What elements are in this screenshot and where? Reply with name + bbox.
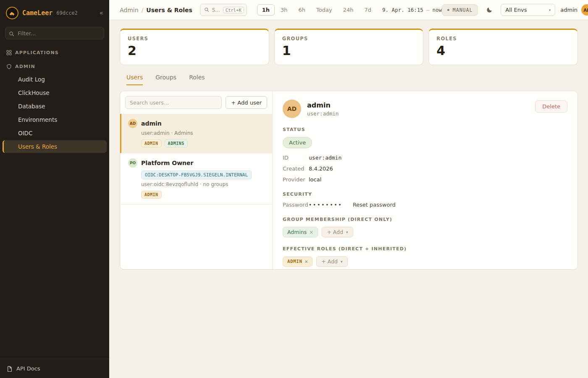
add-role-button[interactable]: + Add ▾ <box>316 256 347 267</box>
users-panel: + Add user AD admin user:admin · Admins … <box>120 91 578 270</box>
sidebar: CameLeer 69dcce2 « APPLICATIONS ADMIN Au… <box>0 0 109 378</box>
user-search-input[interactable] <box>125 96 222 109</box>
breadcrumb-current: Users & Roles <box>146 7 192 13</box>
group-badge-admins: ADMINS <box>165 139 188 147</box>
document-icon <box>7 366 13 372</box>
refresh-mode-button[interactable]: ● MANUAL <box>442 4 478 16</box>
range-6h[interactable]: 6h <box>294 4 311 16</box>
range-7d[interactable]: 7d <box>360 4 377 16</box>
status-heading: STATUS <box>283 127 567 132</box>
sidebar-item-audit-log[interactable]: Audit Log <box>3 73 107 86</box>
search-shortcut-kbd: Ctrl+K <box>223 7 244 13</box>
applications-grid-icon <box>6 50 12 55</box>
remove-role-icon[interactable]: × <box>305 259 308 265</box>
created-field-label: Created <box>283 165 309 172</box>
created-field-value: 8.4.2026 <box>309 165 567 172</box>
sidebar-item-clickhouse[interactable]: ClickHouse <box>3 87 107 99</box>
date-range-separator: — <box>426 7 430 13</box>
search-icon <box>204 6 209 14</box>
date-range-to: now <box>432 7 442 13</box>
user-meta: user:admin · Admins <box>141 130 266 136</box>
user-list-item-platform-owner[interactable]: PO Platform Owner OIDC:DESKTOP-FB5VGJ9.S… <box>120 153 272 205</box>
section-label-applications: APPLICATIONS <box>15 50 59 55</box>
detail-fields: ID user:admin Created 8.4.2026 Provider … <box>283 155 567 183</box>
range-1h[interactable]: 1h <box>257 4 275 16</box>
sidebar-item-oidc[interactable]: OIDC <box>3 127 107 139</box>
id-field-value: user:admin <box>309 155 567 161</box>
chevron-down-icon: ▾ <box>549 8 551 12</box>
remove-group-icon[interactable]: × <box>309 229 313 235</box>
chevron-down-icon: ▾ <box>346 230 348 234</box>
range-3h[interactable]: 3h <box>276 4 293 16</box>
user-avatar[interactable]: AD <box>581 4 588 16</box>
reset-password-link[interactable]: Reset password <box>353 202 396 208</box>
stat-cards: USERS 2 GROUPS 1 ROLES 4 <box>120 29 578 65</box>
sidebar-item-users-roles[interactable]: Users & Roles <box>3 140 107 153</box>
environment-select[interactable]: All Envs ▾ <box>501 4 555 16</box>
top-header: Admin / Users & Roles S... Ctrl+K 1h 3h … <box>109 0 588 20</box>
breadcrumb: Admin / Users & Roles <box>120 7 192 13</box>
admin-shield-icon <box>6 64 12 69</box>
user-name: Platform Owner <box>141 160 193 166</box>
group-chips: Admins × + Add ▾ <box>283 227 567 237</box>
user-detail-panel: Delete AD admin user:admin STATUS Active… <box>273 91 578 269</box>
tab-users[interactable]: Users <box>126 74 143 85</box>
stat-groups-value: 1 <box>282 43 416 58</box>
role-badge-admin: ADMIN <box>141 139 162 147</box>
tab-groups[interactable]: Groups <box>155 74 176 85</box>
user-meta: user:oidc:8evzqofluhld · no groups <box>141 181 266 187</box>
date-range-display[interactable]: 9. Apr. 16:15 — now <box>382 7 442 13</box>
tab-roles[interactable]: Roles <box>189 74 205 85</box>
breadcrumb-separator: / <box>142 7 144 13</box>
sidebar-filter-input[interactable] <box>5 27 104 39</box>
sidebar-item-environments[interactable]: Environments <box>3 113 107 126</box>
add-group-button[interactable]: + Add ▾ <box>322 227 353 237</box>
header-user[interactable]: admin AD <box>560 4 588 16</box>
range-24h[interactable]: 24h <box>338 4 359 16</box>
sidebar-header: CameLeer 69dcce2 « <box>0 0 109 24</box>
sidebar-collapse-icon[interactable]: « <box>100 9 103 17</box>
app-logo <box>6 7 18 19</box>
add-user-button[interactable]: + Add user <box>226 96 267 109</box>
user-list-panel: + Add user AD admin user:admin · Admins … <box>120 91 273 269</box>
api-docs-label: API Docs <box>16 365 40 372</box>
search-icon <box>9 30 14 38</box>
avatar: AD <box>128 119 137 128</box>
sidebar-section-admin[interactable]: ADMIN <box>0 59 109 73</box>
section-label-admin: ADMIN <box>15 64 35 69</box>
sidebar-filter <box>5 27 104 39</box>
stat-card-users[interactable]: USERS 2 <box>120 29 269 65</box>
stat-card-groups[interactable]: GROUPS 1 <box>274 29 424 65</box>
stat-card-roles[interactable]: ROLES 4 <box>428 29 578 65</box>
date-range-from: 9. Apr. 16:15 <box>382 7 423 13</box>
sidebar-admin-items: Audit Log ClickHouse Database Environmen… <box>0 73 109 153</box>
avatar: AD <box>283 100 301 118</box>
stat-roles-value: 4 <box>436 43 570 58</box>
api-docs-link[interactable]: API Docs <box>0 359 109 378</box>
sidebar-section-applications[interactable]: APPLICATIONS <box>0 45 109 59</box>
effective-roles-heading: EFFECTIVE ROLES (DIRECT + INHERITED) <box>283 246 567 252</box>
header-right-cluster: ● MANUAL All Envs ▾ admin AD <box>442 4 588 16</box>
user-badges: ADMIN ADMINS <box>141 139 266 147</box>
detail-user-id: user:admin <box>307 110 339 117</box>
user-list-item-admin[interactable]: AD admin user:admin · Admins ADMIN ADMIN… <box>120 114 272 153</box>
user-name: admin <box>141 120 162 127</box>
role-chip-admin[interactable]: ADMIN × <box>283 257 312 267</box>
environment-select-value: All Envs <box>505 7 527 13</box>
delete-user-button[interactable]: Delete <box>535 100 567 113</box>
security-heading: SECURITY <box>283 192 567 197</box>
stat-users-value: 2 <box>128 43 261 58</box>
breadcrumb-admin[interactable]: Admin <box>120 7 139 13</box>
refresh-mode-label: MANUAL <box>453 7 473 13</box>
stat-roles-label: ROLES <box>436 36 570 42</box>
moon-icon <box>486 7 493 13</box>
detail-user-name: admin <box>307 101 339 109</box>
global-search[interactable]: S... Ctrl+K <box>200 4 247 16</box>
global-search-text: S... <box>212 7 220 13</box>
status-badge: Active <box>283 137 312 148</box>
dark-mode-toggle[interactable] <box>483 4 496 16</box>
group-chip-admins[interactable]: Admins × <box>283 227 318 237</box>
add-role-label: + Add <box>321 258 338 265</box>
sidebar-item-database[interactable]: Database <box>3 100 107 113</box>
range-today[interactable]: Today <box>311 4 337 16</box>
